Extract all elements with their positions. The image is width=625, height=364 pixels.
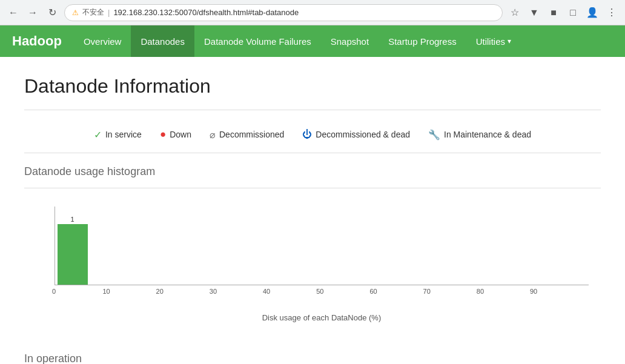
nav-item-utilities[interactable]: Utilities — [466, 25, 521, 57]
histogram-divider — [24, 188, 601, 188]
status-decommissioned-dead-label: Decommissioned & dead — [316, 130, 410, 139]
url-text: 192.168.230.132:50070/dfshealth.html#tab… — [113, 8, 299, 17]
status-in-service: ✓ In service — [94, 129, 142, 141]
profile-icon[interactable]: 👤 — [585, 5, 600, 20]
x-tick-50: 50 — [316, 288, 323, 295]
address-bar[interactable]: ⚠ 不安全 | 192.168.230.132:50070/dfshealth.… — [64, 4, 503, 21]
decommissioned-dead-icon: ⏻ — [302, 129, 312, 140]
status-decommissioned-dead: ⏻ Decommissioned & dead — [302, 129, 410, 140]
check-icon: ✓ — [94, 129, 102, 141]
decommissioned-icon: ⌀ — [210, 129, 216, 141]
x-axis-label: Disk usage of each DataNode (%) — [55, 313, 589, 322]
histogram-bar-0 — [58, 224, 88, 285]
navbar-brand[interactable]: Hadoop — [0, 33, 74, 49]
down-icon: ● — [160, 128, 166, 141]
security-warning-text: 不安全 — [82, 7, 104, 18]
title-divider — [24, 110, 601, 110]
status-maintenance-dead: 🔧 In Maintenance & dead — [428, 129, 531, 141]
x-tick-40: 40 — [263, 288, 270, 295]
maintenance-icon: 🔧 — [428, 129, 440, 141]
back-button[interactable]: ← — [6, 5, 21, 20]
status-maintenance-dead-label: In Maintenance & dead — [444, 130, 531, 139]
reload-button[interactable]: ↻ — [45, 5, 59, 20]
histogram-container: 1 0 10 20 30 40 50 60 70 80 90 Disk usa — [24, 200, 601, 346]
x-tick-0: 0 — [52, 288, 56, 295]
page-title: Datanode Information — [24, 75, 601, 98]
status-decommissioned-label: Decommissioned — [219, 130, 284, 139]
histogram-bar-group-0: 1 — [55, 216, 90, 285]
x-tick-20: 20 — [156, 288, 164, 295]
legend-divider — [24, 153, 601, 153]
x-tick-60: 60 — [369, 288, 377, 295]
status-down-label: Down — [170, 130, 191, 139]
x-tick-80: 80 — [477, 288, 484, 295]
menu-icon[interactable]: ⋮ — [604, 5, 619, 20]
x-tick-10: 10 — [102, 288, 110, 295]
address-separator: | — [108, 8, 110, 17]
nav-item-overview[interactable]: Overview — [74, 25, 131, 57]
browser-actions: ☆ ▼ ■ □ 👤 ⋮ — [508, 5, 619, 20]
browser-chrome: ← → ↻ ⚠ 不安全 | 192.168.230.132:50070/dfsh… — [0, 0, 625, 25]
x-tick-70: 70 — [423, 288, 431, 295]
navbar: Hadoop Overview Datanodes Datanode Volum… — [0, 25, 625, 57]
status-legend: ✓ In service ● Down ⌀ Decommissioned ⏻ D… — [24, 122, 601, 153]
extension-icon[interactable]: ■ — [546, 5, 561, 20]
apps-icon[interactable]: □ — [566, 5, 580, 20]
nav-item-datanodes[interactable]: Datanodes — [131, 25, 194, 57]
bar-value-label: 1 — [70, 216, 74, 223]
x-tick-90: 90 — [530, 288, 537, 295]
status-in-service-label: In service — [105, 130, 142, 139]
in-operation-heading: In operation — [24, 352, 601, 364]
status-down: ● Down — [160, 128, 191, 141]
nav-item-snapshot[interactable]: Snapshot — [321, 25, 379, 57]
forward-button[interactable]: → — [25, 5, 40, 20]
nav-item-datanode-volume-failures[interactable]: Datanode Volume Failures — [194, 25, 321, 57]
security-warning-icon: ⚠ — [72, 8, 79, 17]
histogram-chart: 1 — [55, 207, 589, 285]
status-decommissioned: ⌀ Decommissioned — [210, 129, 284, 141]
main-content: Datanode Information ✓ In service ● Down… — [0, 57, 625, 364]
x-tick-30: 30 — [210, 288, 217, 295]
histogram-heading: Datanode usage histogram — [24, 165, 601, 178]
bookmark-icon[interactable]: ☆ — [508, 5, 522, 20]
x-axis-ticks: 0 10 20 30 40 50 60 70 80 90 — [55, 288, 589, 300]
nav-item-startup-progress[interactable]: Startup Progress — [379, 25, 466, 57]
account-icon[interactable]: ▼ — [527, 5, 541, 20]
